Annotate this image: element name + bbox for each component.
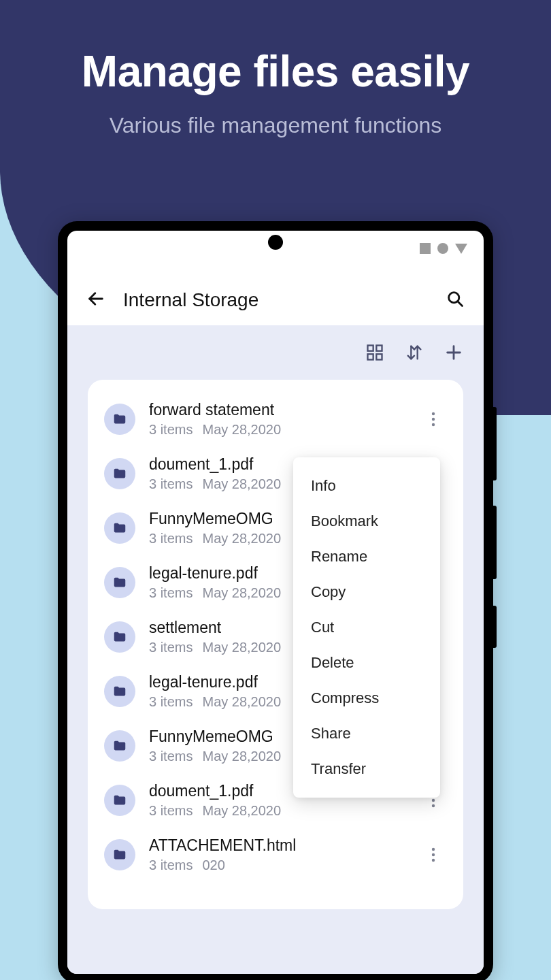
svg-point-16 [432,804,435,807]
svg-rect-5 [368,354,373,359]
app-header: Internal Storage [67,275,484,325]
folder-icon [104,512,135,544]
grid-view-icon[interactable] [365,343,384,362]
phone-screen: Internal Storage forward statement3 item… [67,231,484,974]
svg-line-2 [458,301,463,306]
menu-item-bookmark[interactable]: Bookmark [293,504,440,539]
phone-side-button [493,606,497,648]
file-name: ATTACHEMENT.html [149,836,420,855]
hero-title: Manage files easily [0,46,551,97]
svg-rect-3 [368,346,373,351]
menu-item-copy[interactable]: Copy [293,574,440,610]
svg-point-18 [432,853,435,856]
more-options-icon[interactable] [420,847,447,862]
hero: Manage files easily Various file managem… [0,46,551,138]
hero-subtitle: Various file management functions [0,113,551,138]
phone-camera [268,235,283,250]
menu-item-info[interactable]: Info [293,468,440,504]
svg-point-11 [432,412,435,415]
phone-side-button [493,506,497,579]
file-text: forward statement3 itemsMay 28,2020 [149,401,420,438]
phone-frame: Internal Storage forward statement3 item… [58,221,493,980]
menu-item-share[interactable]: Share [293,716,440,751]
status-bar [420,243,467,254]
file-row[interactable]: ATTACHEMENT.html3 items020 [88,828,463,882]
folder-icon [104,404,135,435]
folder-icon [104,676,135,707]
file-text: ATTACHEMENT.html3 items020 [149,836,420,873]
svg-point-15 [432,799,435,802]
svg-rect-4 [376,346,382,351]
sort-icon[interactable] [405,343,424,362]
search-icon[interactable] [446,289,465,311]
add-icon[interactable] [444,343,463,362]
toolbar [67,325,484,380]
menu-item-compress[interactable]: Compress [293,681,440,716]
svg-rect-6 [376,354,382,359]
folder-icon [104,785,135,816]
folder-icon [104,730,135,762]
folder-icon [104,458,135,489]
folder-icon [104,839,135,870]
menu-item-cut[interactable]: Cut [293,610,440,645]
phone-side-button [493,407,497,480]
more-options-icon[interactable] [420,412,447,427]
status-triangle-icon [455,244,467,254]
back-icon[interactable] [86,289,105,311]
svg-point-17 [432,848,435,851]
status-circle-icon [437,243,448,254]
file-name: forward statement [149,401,420,419]
file-meta: 3 itemsMay 28,2020 [149,803,420,819]
menu-item-delete[interactable]: Delete [293,645,440,681]
file-meta: 3 items020 [149,858,420,873]
context-menu: InfoBookmarkRenameCopyCutDeleteCompressS… [293,457,440,798]
svg-point-12 [432,418,435,421]
menu-item-rename[interactable]: Rename [293,539,440,574]
svg-point-19 [432,859,435,862]
menu-item-transfer[interactable]: Transfer [293,751,440,787]
screen-title: Internal Storage [123,289,258,311]
folder-icon [104,567,135,598]
file-row[interactable]: forward statement3 itemsMay 28,2020 [88,392,463,446]
folder-icon [104,621,135,653]
file-meta: 3 itemsMay 28,2020 [149,422,420,438]
svg-point-13 [432,423,435,426]
status-square-icon [420,243,431,254]
